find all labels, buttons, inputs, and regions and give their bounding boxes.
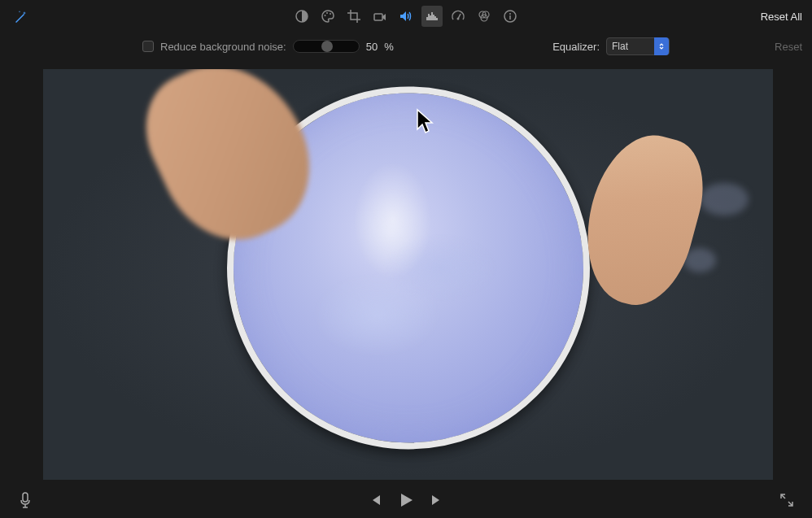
crop-icon xyxy=(347,9,361,24)
paint-smear xyxy=(700,183,749,215)
speed-button[interactable] xyxy=(447,6,469,27)
select-arrow xyxy=(654,37,669,55)
svg-point-3 xyxy=(330,13,331,15)
video-preview[interactable] xyxy=(43,69,773,480)
equalizer-label: Equalizer: xyxy=(552,41,600,53)
crop-button[interactable] xyxy=(343,6,365,27)
skip-forward-icon xyxy=(430,494,443,507)
noise-reduction-slider[interactable] xyxy=(293,40,360,53)
noise-value-number: 50 xyxy=(366,41,378,53)
play-button[interactable] xyxy=(398,492,414,508)
svg-rect-11 xyxy=(23,493,28,502)
reset-button[interactable]: Reset xyxy=(775,41,802,53)
color-correction-button[interactable] xyxy=(317,6,338,27)
next-button[interactable] xyxy=(430,494,443,507)
transport-bar xyxy=(0,481,812,518)
wand-icon xyxy=(13,10,28,24)
reset-all-button[interactable]: Reset All xyxy=(761,11,802,23)
color-balance-button[interactable] xyxy=(291,6,312,27)
noise-value-unit: % xyxy=(384,41,394,53)
noise-reduction-section: Reduce background noise: 50 % xyxy=(142,40,394,53)
svg-point-2 xyxy=(326,12,328,14)
equalizer-value: Flat xyxy=(612,41,628,52)
voiceover-button[interactable] xyxy=(18,491,33,509)
color-filter-button[interactable] xyxy=(474,6,495,27)
volume-button[interactable] xyxy=(395,6,417,27)
cursor-overlay xyxy=(416,108,439,138)
camera-icon xyxy=(373,9,387,24)
noise-reduction-label: Reduce background noise: xyxy=(160,41,286,53)
noise-reduction-checkbox[interactable] xyxy=(142,41,154,52)
fullscreen-button[interactable] xyxy=(779,493,794,507)
speedometer-icon xyxy=(451,9,465,24)
video-frame xyxy=(43,69,773,480)
audio-controls-bar: Reduce background noise: 50 % Equalizer:… xyxy=(0,33,812,60)
play-icon xyxy=(398,492,414,508)
chevron-updown-icon xyxy=(658,42,665,50)
noise-eq-button[interactable] xyxy=(421,6,443,27)
svg-point-5 xyxy=(457,18,460,20)
palette-icon xyxy=(321,9,335,24)
expand-icon xyxy=(779,493,794,507)
equalizer-select[interactable]: Flat xyxy=(606,37,670,55)
svg-point-1 xyxy=(325,15,326,16)
auto-enhance-button[interactable] xyxy=(10,7,31,28)
previous-button[interactable] xyxy=(369,494,382,507)
volume-icon xyxy=(399,9,413,24)
svg-point-10 xyxy=(509,13,511,15)
equalizer-section: Equalizer: Flat xyxy=(552,37,670,55)
stabilization-button[interactable] xyxy=(369,6,391,27)
color-balance-icon xyxy=(295,9,309,24)
slider-thumb[interactable] xyxy=(321,41,333,52)
filter-circles-icon xyxy=(477,9,491,24)
microphone-icon xyxy=(18,491,33,509)
info-button[interactable] xyxy=(500,6,521,27)
cursor-icon xyxy=(416,108,439,136)
hand-right xyxy=(570,124,716,316)
info-icon xyxy=(503,9,517,24)
equalizer-icon xyxy=(425,9,439,24)
svg-rect-4 xyxy=(374,14,382,20)
top-toolbar: Reset All xyxy=(0,0,812,33)
skip-back-icon xyxy=(369,494,382,507)
